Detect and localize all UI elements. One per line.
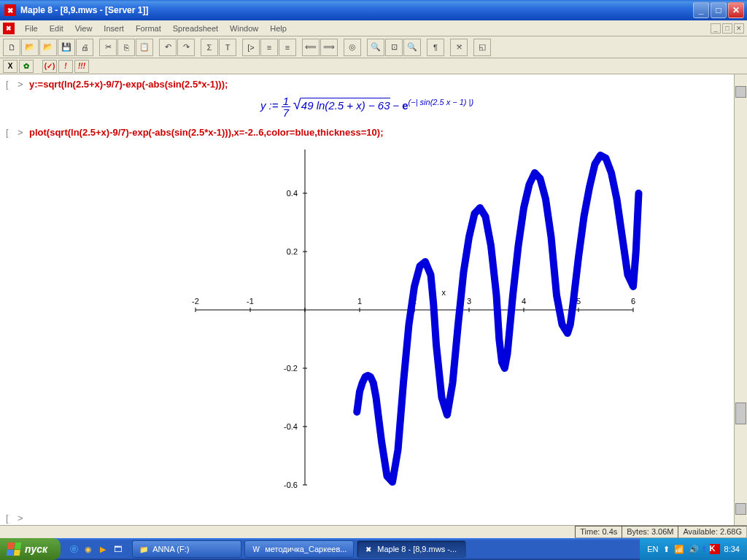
- taskbar-item[interactable]: ✖Maple 8 - [8,9.mws -...: [357, 540, 466, 558]
- ctx-x-button[interactable]: X: [3, 60, 18, 73]
- start-button[interactable]: пуск: [0, 538, 61, 560]
- ctx-exc-button[interactable]: !: [58, 60, 73, 73]
- svg-text:0.4: 0.4: [287, 189, 298, 198]
- menu-format[interactable]: Format: [130, 23, 167, 34]
- sigma-button[interactable]: Σ: [201, 39, 218, 56]
- print-button[interactable]: 🖨: [76, 39, 93, 56]
- taskbar-item[interactable]: 📁ANNA (F:): [132, 540, 241, 558]
- menu-window[interactable]: Window: [224, 23, 264, 34]
- scroll-down-button[interactable]: [735, 503, 746, 515]
- menu-help[interactable]: Help: [264, 23, 293, 34]
- quick-launch: ⓔ ◉ ▶ 🗔: [61, 543, 131, 555]
- menu-edit[interactable]: Edit: [44, 23, 69, 34]
- disc-icon[interactable]: ◉: [82, 543, 94, 555]
- new-button[interactable]: 🗋: [3, 39, 20, 56]
- taskbar-item-label: Maple 8 - [8,9.mws -...: [377, 545, 457, 553]
- start-label: пуск: [25, 543, 47, 555]
- open2-button[interactable]: 📂: [39, 39, 57, 56]
- wmp-icon[interactable]: ▶: [97, 543, 109, 555]
- taskbar-item-label: методичка_Саркеев...: [265, 545, 347, 553]
- app-icon: ✖: [4, 4, 16, 16]
- minimize-button[interactable]: _: [693, 2, 709, 18]
- svg-text:-0.6: -0.6: [284, 481, 298, 489]
- menu-spreadsheet[interactable]: Spreadsheet: [167, 23, 224, 34]
- menu-view[interactable]: View: [69, 23, 98, 34]
- forward-button[interactable]: ⟹: [320, 39, 338, 56]
- scroll-up-button[interactable]: [735, 86, 746, 98]
- language-indicator[interactable]: EN: [647, 545, 658, 553]
- doc-icon: ✖: [3, 23, 15, 34]
- menu-insert[interactable]: Insert: [98, 23, 130, 34]
- zoom-100-button[interactable]: ⊡: [385, 39, 403, 56]
- whitespace-button[interactable]: ⤧: [450, 39, 468, 56]
- paragraph-button[interactable]: ¶: [427, 39, 444, 56]
- ctx-exc3-button[interactable]: !!!: [74, 60, 89, 73]
- math-output: y := 1 7 √49 ln(2.5 + x) − 63 − e(−| sin…: [6, 96, 728, 118]
- taskbar-item[interactable]: Wметодичка_Саркеев...: [244, 540, 354, 558]
- taskbar: пуск ⓔ ◉ ▶ 🗔 📁ANNA (F:)Wметодичка_Саркее…: [0, 538, 747, 560]
- desktop-icon[interactable]: 🗔: [112, 543, 123, 555]
- maximize-button[interactable]: □: [711, 2, 727, 18]
- ctx-leaf-button[interactable]: ✿: [19, 60, 34, 73]
- save-button[interactable]: 💾: [58, 39, 75, 56]
- bracket-icon: [: [6, 513, 15, 524]
- taskbar-item-icon: 📁: [139, 544, 149, 554]
- taskbar-item-icon: ✖: [363, 544, 374, 554]
- zoom-in-button[interactable]: 🔍: [367, 39, 384, 56]
- svg-text:1: 1: [357, 297, 362, 306]
- scroll-thumb[interactable]: [735, 402, 746, 424]
- svg-text:-1: -1: [247, 297, 254, 306]
- tray-icon[interactable]: 🔊: [689, 545, 699, 554]
- clock[interactable]: 8:34: [724, 545, 740, 553]
- back-button[interactable]: ⟸: [302, 39, 320, 56]
- paste-button[interactable]: 📋: [136, 39, 153, 56]
- undo-button[interactable]: ↶: [159, 39, 177, 56]
- taskbar-item-icon: W: [251, 544, 261, 554]
- svg-text:4: 4: [522, 297, 526, 306]
- menubar: ✖ File Edit View Insert Format Spreadshe…: [0, 20, 747, 36]
- prompt-icon: >: [18, 127, 26, 138]
- plot-svg: -2-1123456x-0.6-0.4-0.20.20.4: [93, 142, 648, 507]
- svg-text:6: 6: [631, 297, 635, 306]
- prompt-icon: >: [18, 513, 26, 524]
- menu-file[interactable]: File: [19, 23, 44, 34]
- worksheet[interactable]: [ > y:=sqrt(ln(2.5+x)-9/7)-exp(-abs(sin(…: [0, 74, 747, 526]
- stop-button[interactable]: ◎: [344, 39, 361, 56]
- tray-icon[interactable]: 📶: [674, 545, 684, 554]
- text-button[interactable]: T: [219, 39, 236, 56]
- toolbar: 🗋 📂 📂 💾 🖨 ✂ ⎘ 📋 ↶ ↷ Σ T [> ≡ ≡ ⟸ ⟹ ◎ 🔍 ⊡…: [0, 36, 747, 58]
- inner-close-button[interactable]: ✕: [734, 23, 744, 34]
- cut-button[interactable]: ✂: [99, 39, 117, 56]
- copy-button[interactable]: ⎘: [117, 39, 135, 56]
- close-button[interactable]: ✕: [728, 2, 744, 18]
- statusbar: Time: 0.4s Bytes: 3.06M Available: 2.68G: [0, 525, 747, 538]
- windows-logo-icon: [7, 542, 22, 556]
- open-button[interactable]: 📂: [21, 39, 39, 56]
- tray-icon[interactable]: K: [710, 544, 720, 554]
- plot-output[interactable]: -2-1123456x-0.6-0.4-0.20.20.4: [93, 142, 648, 507]
- input-line-2[interactable]: plot(sqrt(ln(2.5+x)-9/7)-exp(-abs(sin(2.…: [29, 127, 383, 138]
- tray-icon[interactable]: ⬆: [663, 545, 670, 554]
- zoom-out-button[interactable]: 🔍: [403, 39, 421, 56]
- input-line-1[interactable]: y:=sqrt(ln(2.5+x)-9/7)-exp(-abs(sin(2.5*…: [29, 79, 228, 90]
- bracket-icon: [: [6, 127, 15, 138]
- vertical-scrollbar[interactable]: [734, 74, 747, 526]
- svg-text:-0.4: -0.4: [284, 422, 298, 431]
- taskbar-item-label: ANNA (F:): [152, 545, 189, 553]
- window-title: Maple 8 - [8,9.mws - [Server 1]]: [19, 5, 693, 15]
- group-button[interactable]: [>: [242, 39, 260, 56]
- ctx-check-button[interactable]: (✓): [42, 60, 57, 73]
- bracket-icon: [: [6, 79, 15, 90]
- indent-button[interactable]: ≡: [260, 39, 278, 56]
- redo-button[interactable]: ↷: [177, 39, 195, 56]
- tray-icon[interactable]: f: [703, 545, 705, 553]
- inner-maximize-button[interactable]: □: [722, 23, 732, 34]
- ie-icon[interactable]: ⓔ: [68, 543, 80, 555]
- status-available: Available: 2.68G: [678, 526, 747, 538]
- status-bytes: Bytes: 3.06M: [622, 526, 678, 538]
- context-bar: X ✿ (✓) ! !!!: [0, 58, 747, 74]
- outdent-button[interactable]: ≡: [279, 39, 296, 56]
- resize-button[interactable]: ◱: [473, 39, 491, 56]
- window-titlebar: ✖ Maple 8 - [8,9.mws - [Server 1]] _ □ ✕: [0, 0, 747, 20]
- inner-minimize-button[interactable]: _: [711, 23, 721, 34]
